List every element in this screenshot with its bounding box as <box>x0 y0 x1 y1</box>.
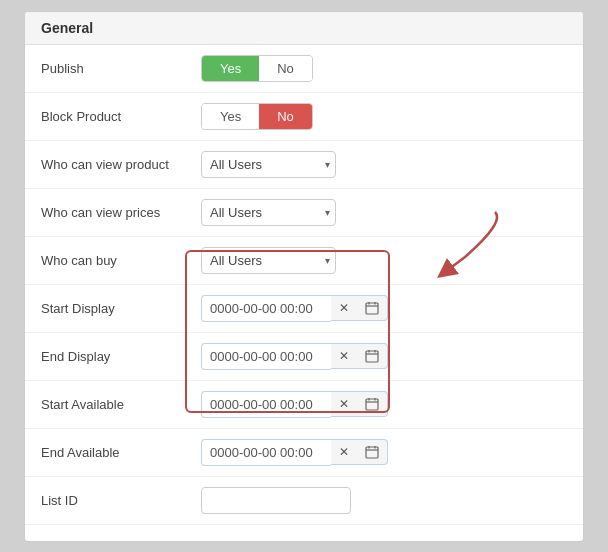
who-can-view-product-label: Who can view product <box>41 157 201 172</box>
list-id-control <box>201 487 351 514</box>
general-panel: General Publish Yes No Block Product Yes… <box>24 11 584 542</box>
who-can-view-prices-select-wrapper: All Users Registered Users Admin ▾ <box>201 199 336 226</box>
end-available-calendar-button[interactable] <box>357 439 388 465</box>
who-can-view-product-select[interactable]: All Users Registered Users Admin <box>201 151 336 178</box>
who-can-view-prices-label: Who can view prices <box>41 205 201 220</box>
publish-label: Publish <box>41 61 201 76</box>
start-available-row: Start Available ✕ <box>25 381 583 429</box>
start-available-calendar-button[interactable] <box>357 391 388 417</box>
who-can-view-prices-control: All Users Registered Users Admin ▾ <box>201 199 336 226</box>
list-id-row: List ID <box>25 477 583 525</box>
block-product-no-button[interactable]: No <box>259 104 312 129</box>
end-display-input-group: ✕ <box>201 343 388 370</box>
start-display-clear-button[interactable]: ✕ <box>331 295 357 321</box>
svg-rect-12 <box>366 447 378 458</box>
end-display-calendar-button[interactable] <box>357 343 388 369</box>
start-available-input[interactable] <box>201 391 331 418</box>
publish-control: Yes No <box>201 55 313 82</box>
calendar-icon <box>365 445 379 459</box>
end-available-clear-button[interactable]: ✕ <box>331 439 357 465</box>
start-available-label: Start Available <box>41 397 201 412</box>
end-display-row: End Display ✕ <box>25 333 583 381</box>
publish-yes-button[interactable]: Yes <box>202 56 259 81</box>
block-product-toggle: Yes No <box>201 103 313 130</box>
end-display-clear-button[interactable]: ✕ <box>331 343 357 369</box>
who-can-buy-control: All Users Registered Users Admin ▾ <box>201 247 336 274</box>
start-available-input-group: ✕ <box>201 391 388 418</box>
who-can-buy-row: Who can buy All Users Registered Users A… <box>25 237 583 285</box>
who-can-buy-select-wrapper: All Users Registered Users Admin ▾ <box>201 247 336 274</box>
publish-toggle: Yes No <box>201 55 313 82</box>
who-can-view-product-control: All Users Registered Users Admin ▾ <box>201 151 336 178</box>
start-display-label: Start Display <box>41 301 201 316</box>
who-can-view-product-select-wrapper: All Users Registered Users Admin ▾ <box>201 151 336 178</box>
block-product-label: Block Product <box>41 109 201 124</box>
publish-row: Publish Yes No <box>25 45 583 93</box>
who-can-view-prices-select[interactable]: All Users Registered Users Admin <box>201 199 336 226</box>
end-available-row: End Available ✕ <box>25 429 583 477</box>
start-display-row: Start Display ✕ <box>25 285 583 333</box>
list-id-label: List ID <box>41 493 201 508</box>
start-display-input[interactable] <box>201 295 331 322</box>
svg-rect-4 <box>366 351 378 362</box>
start-available-clear-button[interactable]: ✕ <box>331 391 357 417</box>
end-display-control: ✕ <box>201 343 388 370</box>
who-can-view-prices-row: Who can view prices All Users Registered… <box>25 189 583 237</box>
publish-no-button[interactable]: No <box>259 56 312 81</box>
end-available-input-group: ✕ <box>201 439 388 466</box>
calendar-icon <box>365 349 379 363</box>
calendar-icon <box>365 301 379 315</box>
svg-rect-0 <box>366 303 378 314</box>
calendar-icon <box>365 397 379 411</box>
who-can-buy-select[interactable]: All Users Registered Users Admin <box>201 247 336 274</box>
block-product-yes-button[interactable]: Yes <box>202 104 259 129</box>
end-display-input[interactable] <box>201 343 331 370</box>
end-available-label: End Available <box>41 445 201 460</box>
end-available-control: ✕ <box>201 439 388 466</box>
start-display-control: ✕ <box>201 295 388 322</box>
block-product-control: Yes No <box>201 103 313 130</box>
start-display-calendar-button[interactable] <box>357 295 388 321</box>
who-can-view-product-row: Who can view product All Users Registere… <box>25 141 583 189</box>
block-product-row: Block Product Yes No <box>25 93 583 141</box>
who-can-buy-label: Who can buy <box>41 253 201 268</box>
end-available-input[interactable] <box>201 439 331 466</box>
start-available-control: ✕ <box>201 391 388 418</box>
start-display-input-group: ✕ <box>201 295 388 322</box>
svg-rect-8 <box>366 399 378 410</box>
panel-title: General <box>25 12 583 45</box>
list-id-input[interactable] <box>201 487 351 514</box>
end-display-label: End Display <box>41 349 201 364</box>
